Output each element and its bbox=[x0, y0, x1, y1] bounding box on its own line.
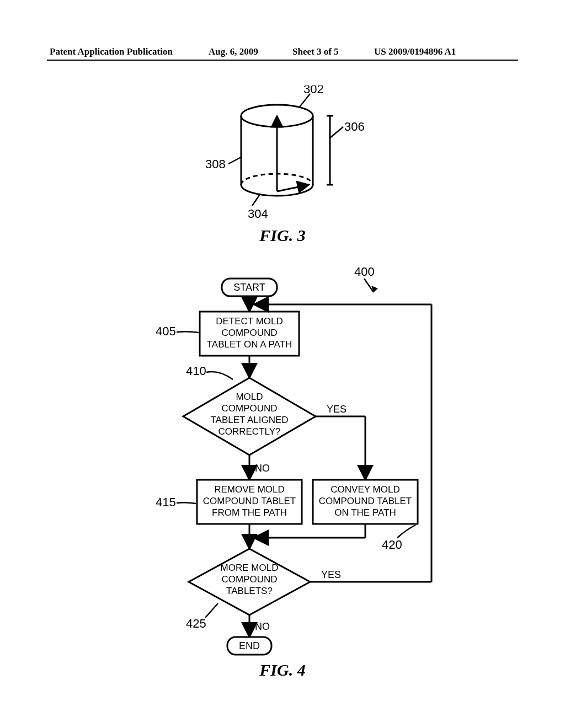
svg-line-12 bbox=[364, 279, 374, 292]
yes-425: YES bbox=[321, 569, 341, 580]
ref-308: 308 bbox=[205, 157, 226, 171]
dec410-l2: COMPOUND bbox=[221, 403, 277, 414]
dec425-l1: MORE MOLD bbox=[221, 563, 279, 573]
end-label: END bbox=[239, 640, 260, 651]
ref-415: 415 bbox=[156, 495, 176, 509]
header-date: Aug. 6, 2009 bbox=[209, 46, 258, 57]
header-pubno: US 2009/0194896 A1 bbox=[374, 46, 456, 57]
figure-4: 400 START DETECT MOLD COMPOUND TABLET ON… bbox=[0, 259, 565, 678]
fig4-svg: 400 START DETECT MOLD COMPOUND TABLET ON… bbox=[89, 259, 476, 678]
step405-l2: COMPOUND bbox=[221, 328, 277, 338]
step420-l3: ON THE PATH bbox=[334, 507, 396, 518]
ref-420: 420 bbox=[382, 538, 402, 552]
svg-line-11 bbox=[252, 194, 260, 206]
step405-l1: DETECT MOLD bbox=[216, 316, 283, 326]
svg-line-4 bbox=[277, 185, 309, 191]
fig3-label: FIG. 3 bbox=[0, 226, 565, 245]
step415-l1: REMOVE MOLD bbox=[214, 484, 285, 495]
header-rule bbox=[47, 60, 518, 61]
no-425: NO bbox=[255, 621, 270, 632]
start-label: START bbox=[233, 282, 265, 293]
ref-410: 410 bbox=[186, 364, 206, 378]
dec410-l4: CORRECTLY? bbox=[218, 426, 280, 437]
dec410-l3: TABLET ALIGNED bbox=[210, 415, 288, 425]
step405-l3: TABLET ON A PATH bbox=[207, 339, 292, 350]
svg-line-9 bbox=[330, 127, 343, 138]
ref-425: 425 bbox=[186, 617, 206, 630]
dec425-l3: TABLETS? bbox=[226, 586, 273, 596]
header-sheet: Sheet 3 of 5 bbox=[292, 46, 339, 57]
svg-line-27 bbox=[205, 603, 218, 618]
fig4-label: FIG. 4 bbox=[0, 661, 565, 679]
step420-l1: CONVEY MOLD bbox=[331, 484, 399, 495]
ref-400: 400 bbox=[354, 265, 375, 279]
dec425-l2: COMPOUND bbox=[221, 574, 277, 585]
svg-line-10 bbox=[228, 157, 241, 164]
dec410-l1: MOLD bbox=[236, 392, 263, 402]
yes-410: YES bbox=[327, 404, 347, 415]
ref-306: 306 bbox=[344, 120, 365, 133]
ref-405: 405 bbox=[156, 324, 176, 338]
header-left: Patent Application Publication bbox=[50, 46, 173, 57]
no-410: NO bbox=[255, 463, 270, 474]
step415-l2: COMPOUND TABLET bbox=[203, 496, 296, 506]
step420-l2: COMPOUND TABLET bbox=[319, 496, 412, 506]
step415-l3: FROM THE PATH bbox=[212, 507, 287, 518]
ref-302: 302 bbox=[303, 85, 324, 96]
ref-304: 304 bbox=[248, 207, 268, 221]
